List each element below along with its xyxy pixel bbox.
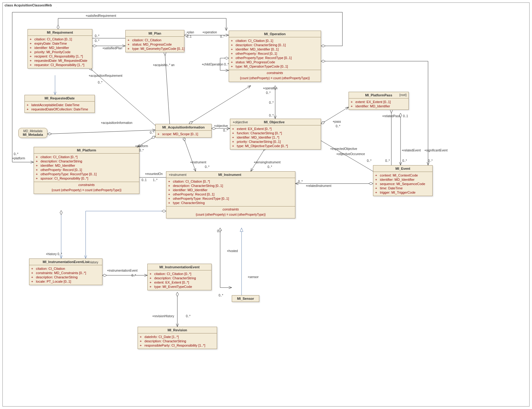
label: 0..1	[187, 35, 192, 38]
label: +relatedInstrument	[306, 184, 331, 188]
label: +objectiveOccurence	[336, 152, 365, 156]
class-mi-operation: MI_Operation + citation: CI_Citation [0.…	[229, 31, 321, 82]
class-mi-plan: MI_Plan + citation: CI_Citation + status…	[125, 30, 184, 52]
label: +sensor	[248, 275, 259, 279]
label: 0..*	[269, 101, 274, 104]
label: 0..*	[269, 114, 274, 117]
label: +instrumentationEvent	[107, 269, 138, 272]
class-mi-platform: MI_Platform + citation: CI_Citation [0..…	[34, 147, 139, 194]
label: 1..*	[153, 178, 157, 182]
class-mi-event: MI_Event + context: MI_ContextCode + ide…	[373, 165, 433, 196]
class-mi-instrumentationevent: MI_InstrumentationEvent + citation: CI_C…	[147, 264, 212, 290]
class-mi-sensor: MI_Sensor	[232, 295, 259, 302]
label: 0..*	[186, 314, 190, 318]
class-mi-revision: MI_Revision + dateInfo: CI_Date [1..*] +…	[138, 327, 217, 349]
label: +history 0..*	[46, 252, 62, 256]
label: 0..*	[205, 165, 209, 169]
label: 0..*	[139, 149, 144, 152]
label: 0..*	[220, 35, 225, 38]
label: +operation	[202, 31, 217, 34]
frame-title: class AcquisitionClassesWeb	[2, 2, 57, 8]
label: +relatedEvent	[402, 149, 421, 152]
label: +instrument	[190, 161, 206, 164]
label: +pass	[333, 120, 341, 123]
label: +sensingInstrument	[254, 161, 281, 164]
class-mi-requirement: MI_Requirement + citation: CI_Citation […	[28, 29, 92, 69]
label: 0..*	[336, 125, 340, 128]
label: +platform	[12, 157, 25, 160]
label: +expectedObjective	[330, 147, 357, 151]
class-mi-metadata: MD_Metadata MI_Metadata	[18, 128, 47, 138]
class-mi-instrument: +instrument MI_Instrument + citation: CI…	[166, 171, 295, 218]
label: +acquisitionInformation	[101, 121, 132, 125]
class-attrs: + citation: CI_Citation [0..1] + expiryD…	[28, 36, 92, 68]
label: +revisionHistory	[152, 314, 174, 318]
label: 0..*	[95, 39, 99, 43]
label: +satisifiedPlan	[102, 46, 122, 50]
label: +mountedOn	[145, 172, 163, 176]
label: +plan	[187, 31, 194, 34]
label: +objective	[214, 124, 228, 128]
label: 0..*	[219, 294, 223, 297]
label: +significantEvent	[424, 149, 448, 152]
label: +satisfiedRequirement	[86, 14, 116, 17]
label: +hosted	[227, 249, 238, 253]
label: +operation	[263, 87, 278, 90]
label: 0..*	[402, 159, 407, 162]
label: 0..*	[98, 81, 102, 84]
label: 0..*	[217, 229, 222, 233]
label: +history	[87, 261, 98, 264]
label: 0..1	[403, 114, 408, 118]
label: 0..*	[14, 152, 18, 156]
label: 0..*	[95, 34, 99, 38]
label: 0..*	[268, 165, 272, 169]
label: 0..*	[131, 274, 136, 277]
label: 0..*	[223, 129, 228, 132]
class-title: MI_Requirement	[28, 29, 92, 36]
class-mi-acquisitioninformation: MI_AcquisitionInformation + scope: MD_Sc…	[155, 124, 212, 138]
label: 0..*	[428, 159, 433, 162]
label: 0..*	[150, 131, 154, 134]
label: +acquisitionRequirement	[89, 74, 122, 77]
class-mi-requesteddate: MI_RequestedDate + latestAcceptableDate:…	[24, 95, 95, 113]
class-mi-platformpass: MI_PlatformPass {root} + extent: EX_Exte…	[349, 92, 409, 110]
label: +relatedPass	[382, 114, 400, 118]
label: 0..*	[385, 159, 390, 162]
label: +childOperation 0..*	[202, 63, 229, 66]
label: +platform	[135, 144, 148, 148]
label: 0..*	[298, 180, 303, 183]
label: +acquisitio..* an	[153, 63, 175, 67]
label: 0..*	[266, 91, 271, 95]
label: 0..1	[142, 178, 147, 182]
class-mi-objective: +objective MI_Objective + extent: EX_Ext…	[230, 119, 321, 150]
label: 0..*	[367, 159, 371, 162]
